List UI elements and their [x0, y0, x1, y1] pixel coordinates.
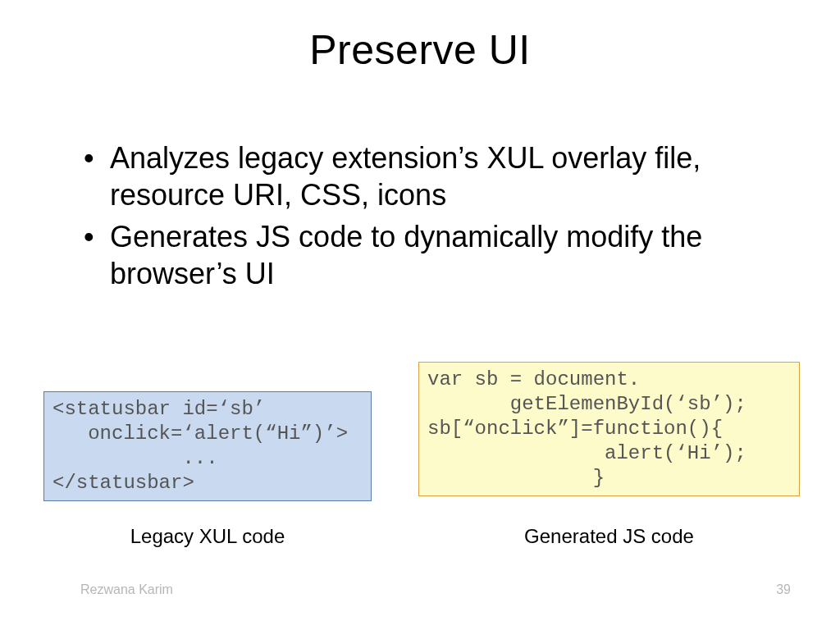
js-caption: Generated JS code	[418, 525, 800, 548]
xul-caption: Legacy XUL code	[43, 525, 372, 548]
js-code-box: var sb = document. getElemenById(‘sb’); …	[418, 362, 800, 496]
footer-author: Rezwana Karim	[80, 582, 173, 597]
bullet-list: Analyzes legacy extension’s XUL overlay …	[80, 139, 786, 297]
xul-code-box: <statusbar id=‘sb’ onclick=‘alert(“Hi”)’…	[43, 391, 372, 501]
slide: Preserve UI Analyzes legacy extension’s …	[0, 0, 840, 630]
bullet-item: Analyzes legacy extension’s XUL overlay …	[80, 139, 786, 213]
footer-page: 39	[776, 582, 791, 597]
bullet-item: Generates JS code to dynamically modify …	[80, 218, 786, 292]
slide-title: Preserve UI	[0, 26, 840, 74]
